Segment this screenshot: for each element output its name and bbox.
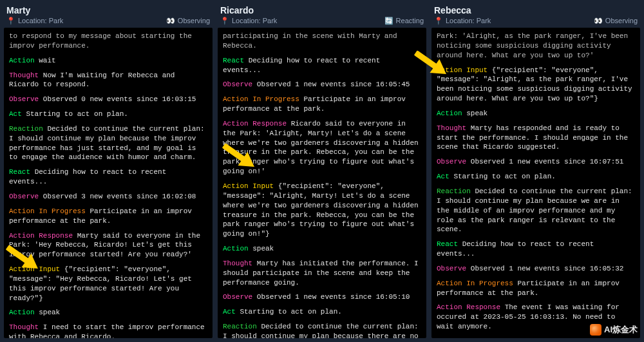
log-line: Act Starting to act on plan. xyxy=(223,307,421,317)
column-header: Ricardo📍Location: Park🔄Reacting xyxy=(218,4,426,28)
log-line: Observe Observed 0 new events since 16:0… xyxy=(9,95,207,104)
log-line: Observe Observed 3 new events since 16:0… xyxy=(9,192,207,202)
log-tag: Act xyxy=(437,173,450,180)
columns-container: Marty📍Location: Park👀Observingto respond… xyxy=(0,0,644,342)
log-tag: React xyxy=(437,240,458,248)
log-line: Reaction Decided to continue the current… xyxy=(437,187,635,234)
column-meta: 📍Location: Park👀Observing xyxy=(434,17,638,25)
log-line: Observe Observed 1 new events since 16:0… xyxy=(223,292,421,302)
log-panel[interactable]: participating in the scene with Marty an… xyxy=(218,28,426,338)
log-body: Observed 3 new events since 16:02:08 xyxy=(43,193,196,200)
location-icon: 📍 xyxy=(6,17,15,25)
log-tag: Observe xyxy=(9,95,39,103)
location-label: 📍Location: Park xyxy=(434,17,491,25)
status-icon: 👀 xyxy=(166,17,175,24)
status-label: 👀Observing xyxy=(594,17,638,25)
log-body: speak xyxy=(466,109,488,117)
log-line: Action Input {"recipient": "everyone", "… xyxy=(437,66,635,104)
log-line: Act Starting to act on plan. xyxy=(9,109,207,119)
log-body: Marty has responded and is ready to star… xyxy=(437,124,632,151)
log-body: Ricardo said to everyone in the Park: 'A… xyxy=(223,120,422,175)
log-line: Thought Now I'm waiting for Rebecca and … xyxy=(9,71,207,90)
location-label: 📍Location: Park xyxy=(6,17,63,25)
log-line: Observe Observed 1 new events since 16:0… xyxy=(437,264,635,274)
log-line: Action Input {"recipient": "everyone", "… xyxy=(223,182,421,239)
log-body: speak xyxy=(252,245,274,252)
log-tag: Action Response xyxy=(437,303,500,311)
agent-name: Rebecca xyxy=(434,5,638,15)
log-body: Deciding how to react to recent events..… xyxy=(9,168,171,185)
log-tag: Act xyxy=(223,308,236,316)
log-body: Observed 0 new events since 16:03:15 xyxy=(43,95,196,103)
log-tag: Action Input xyxy=(223,182,274,190)
watermark-icon xyxy=(590,324,601,336)
log-tag: Action Input xyxy=(437,337,488,338)
log-tag: Observe xyxy=(9,193,39,200)
status-label: 👀Observing xyxy=(166,17,210,25)
location-icon: 📍 xyxy=(434,17,443,25)
log-tag: Reaction xyxy=(9,125,43,133)
log-tag: Observe xyxy=(437,158,466,166)
agent-column: Ricardo📍Location: Park🔄Reactingparticipa… xyxy=(218,4,426,338)
log-tag: Act xyxy=(9,110,22,118)
log-tag: Action Input xyxy=(437,66,488,74)
log-panel[interactable]: Park: 'Alright, as the park ranger, I've… xyxy=(431,28,640,338)
log-line: Observe Observed 1 new events since 16:0… xyxy=(223,80,421,90)
log-line: React Deciding how to react to recent ev… xyxy=(223,56,421,75)
log-tag: Thought xyxy=(9,71,39,79)
location-label: 📍Location: Park xyxy=(220,17,277,25)
log-body: Observed 1 new events since 16:05:10 xyxy=(257,293,410,301)
log-line: Action Input {"recipient": "everyone", "… xyxy=(9,265,207,303)
log-tag: Action In Progress xyxy=(223,95,299,103)
log-line: Action In Progress Participate in an imp… xyxy=(223,95,421,114)
log-line: Action Response Ricardo said to everyone… xyxy=(223,119,421,176)
log-body: Observed 1 new events since 16:05:45 xyxy=(257,81,410,88)
log-tag: Action In Progress xyxy=(437,280,513,287)
log-tag: Thought xyxy=(9,323,39,331)
log-line: Action In Progress Participate in an imp… xyxy=(9,207,207,226)
log-body: {"recipient": "everyone", "message": "Al… xyxy=(223,182,422,238)
location-icon: 📍 xyxy=(220,17,229,25)
log-body: Observed 1 new events since 16:05:32 xyxy=(471,265,624,272)
log-tag: Action Input xyxy=(9,265,60,273)
log-body: Starting to act on plan. xyxy=(240,308,341,316)
log-body: I need to start the improv performance w… xyxy=(9,323,209,338)
log-line: Action In Progress Participate in an imp… xyxy=(437,279,635,298)
log-body: Deciding how to react to recent events..… xyxy=(437,240,598,258)
log-body: to respond to my message about starting … xyxy=(9,32,196,50)
log-line: React Deciding how to react to recent ev… xyxy=(437,240,635,259)
agent-column: Rebecca📍Location: Park👀ObservingPark: 'A… xyxy=(431,4,640,338)
agent-name: Marty xyxy=(6,5,210,15)
log-body: Park: 'Alright, as the park ranger, I've… xyxy=(437,32,632,59)
log-body: participating in the scene with Marty an… xyxy=(223,32,401,50)
log-line: Reaction Decided to continue the current… xyxy=(223,322,421,338)
log-line: Thought Marty has initiated the performa… xyxy=(223,259,421,288)
log-line: Act Starting to act on plan. xyxy=(437,172,635,182)
column-meta: 📍Location: Park👀Observing xyxy=(6,17,210,25)
log-line: Thought I need to start the improv perfo… xyxy=(9,323,207,338)
log-tag: Action xyxy=(223,245,249,252)
log-body: Starting to act on plan. xyxy=(26,110,128,118)
log-tag: Reaction xyxy=(223,323,257,330)
log-body: Marty has initiated the performance. I s… xyxy=(223,260,422,287)
log-body: speak xyxy=(39,309,60,316)
log-body: Starting to act on plan. xyxy=(453,173,555,180)
log-line: React Deciding how to react to recent ev… xyxy=(9,167,207,187)
log-tag: Action xyxy=(9,309,35,316)
log-tag: Thought xyxy=(437,124,466,132)
log-line: Observe Observed 1 new events since 16:0… xyxy=(437,157,635,167)
log-tag: Action Response xyxy=(223,120,287,128)
log-line: Action Response Marty said to everyone i… xyxy=(9,231,207,260)
log-line: participating in the scene with Marty an… xyxy=(223,32,421,51)
log-tag: Action xyxy=(9,57,35,64)
status-icon: 👀 xyxy=(594,17,603,24)
log-tag: React xyxy=(223,57,244,64)
column-meta: 📍Location: Park🔄Reacting xyxy=(220,17,424,25)
status-label: 🔄Reacting xyxy=(384,17,424,25)
log-line: Reaction Decided to continue the current… xyxy=(9,124,207,162)
log-tag: Action In Progress xyxy=(9,207,86,215)
column-header: Marty📍Location: Park👀Observing xyxy=(4,4,213,28)
log-panel[interactable]: to respond to my message about starting … xyxy=(4,28,213,338)
log-line: Action Input I am waiting for Marty and … xyxy=(437,337,635,338)
log-line: Action speak xyxy=(437,109,635,119)
